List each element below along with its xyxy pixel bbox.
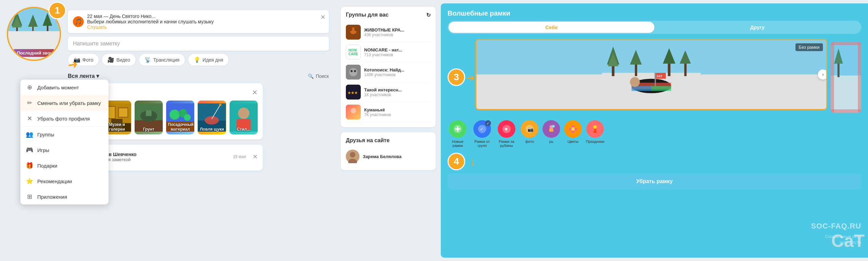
note-input-area[interactable]: Напишите заметку: [68, 37, 329, 51]
notification-icon: 🎵: [73, 16, 84, 27]
menu-item-add-moment[interactable]: ⊕ Добавить момент: [20, 80, 108, 95]
svg-rect-76: [655, 73, 656, 86]
gifts-label: Подарки: [37, 163, 57, 169]
magic-tab-friend[interactable]: Другу: [654, 22, 860, 33]
menu-item-recommendations[interactable]: ⭐ Рекомендации: [20, 173, 108, 189]
group-avatar-inter: ★★★: [346, 85, 361, 100]
frame-option-holidays[interactable]: Праздники: [586, 120, 604, 148]
group-item-kot[interactable]: Котопоиск: Найд... 149К участников: [346, 62, 431, 82]
friends-title-text: Друзья на сайте: [346, 137, 390, 144]
svg-point-107: [593, 125, 597, 129]
svg-point-52: [354, 70, 356, 72]
idea-label: Идея дня: [202, 57, 223, 63]
svg-text:★★★: ★★★: [348, 91, 358, 95]
frame-option-photo[interactable]: 📷 фото: [521, 120, 538, 148]
group-item-animals[interactable]: ЖИВОТНЫЕ КРА... 436 участников: [346, 22, 431, 42]
group-info-inter: Такой интересн... 1К участников: [364, 87, 402, 97]
recommendations-label: Рекомендации: [37, 178, 72, 184]
avatar-banner: Последний звонок: [14, 49, 54, 57]
rb-frames-label: рь: [549, 139, 553, 144]
arrow-to-frame: ➜: [466, 72, 475, 84]
add-moment-label: Добавить момент: [37, 85, 79, 90]
ent-item-style[interactable]: Стил...: [230, 101, 258, 134]
group-info-animals: ЖИВОТНЫЕ КРА... 436 участников: [364, 27, 404, 37]
group-item-noni[interactable]: NONICARE NONICARE - нат... 713 участнико…: [346, 42, 431, 62]
left-panel: Последний звонок 1 🎵 22 мая — День Свято…: [0, 0, 336, 261]
frame-preview-next: [831, 42, 861, 113]
post-close-icon[interactable]: ✕: [253, 153, 258, 160]
avatar-wrapper: Последний звонок 1: [7, 7, 61, 61]
svg-rect-85: [831, 42, 834, 113]
games-icon: 🎮: [26, 146, 33, 154]
svg-text:ЗАТ: ЗАТ: [657, 74, 663, 78]
notification-text: Выбери любимых исполнителей и начни слуш…: [87, 19, 324, 24]
menu-item-groups[interactable]: 👥 Группы: [20, 127, 108, 142]
video-button[interactable]: 🎥 Видео: [102, 53, 136, 66]
frame-nav-right[interactable]: ›: [818, 69, 827, 80]
post-meta: Вячеслав Шевченко поделился заметкой: [89, 152, 230, 162]
groups-menu-label: Группы: [37, 132, 54, 137]
svg-point-51: [351, 70, 353, 72]
watermark-main: SOC-FAQ.RU: [811, 222, 861, 231]
svg-rect-12: [27, 42, 34, 45]
group-item-inter[interactable]: ★★★ Такой интересн... 1К участников: [346, 82, 431, 102]
friend-item-zarama[interactable]: Зарема Белялова: [346, 148, 431, 165]
menu-item-remove-photo[interactable]: ✕ Убрать фото профиля: [20, 111, 108, 126]
svg-rect-84: [831, 109, 861, 113]
checkmark-badge: ✓: [485, 120, 491, 126]
groups-title-text: Группы для вас: [346, 12, 389, 18]
svg-point-56: [351, 108, 356, 113]
notification-link[interactable]: Слушать: [87, 24, 324, 30]
feed-dropdown-icon: ▾: [96, 73, 99, 79]
notification-close-icon[interactable]: ✕: [320, 14, 326, 21]
svg-point-50: [349, 68, 357, 76]
ent-item-grunt[interactable]: Грунт: [135, 101, 163, 134]
step-3-badge: 3: [448, 68, 465, 86]
group-info-noni: NONICARE - нат... 713 участников: [364, 47, 402, 57]
groups-refresh-icon[interactable]: ↻: [426, 12, 431, 18]
svg-rect-28: [146, 110, 152, 116]
apps-label: Приложения: [37, 194, 67, 200]
frame-option-new[interactable]: Новые рамки: [448, 120, 468, 148]
group-frames-icon: ✓ ✓: [473, 120, 491, 138]
frame-option-rubies[interactable]: ♥ Рамки за рубины: [496, 120, 517, 148]
svg-text:♥: ♥: [505, 126, 508, 132]
magic-tab-self[interactable]: Себе: [449, 22, 654, 33]
menu-item-change-frame[interactable]: ✏ Сменить или убрать рамку 2: [20, 95, 108, 111]
menu-item-gifts[interactable]: 🎁 Подарки: [20, 158, 108, 173]
svg-point-105: [574, 128, 577, 130]
frame-option-flowers[interactable]: Цветы: [564, 120, 582, 148]
ent-item-planting[interactable]: Посадочный материал: [166, 101, 194, 134]
idea-button[interactable]: 💡 Идея дня: [188, 53, 229, 66]
flower-frames-icon: [564, 120, 582, 138]
right-panel: Группы для вас ↻ ЖИВОТНЫЕ КРА... 436 уча…: [336, 0, 441, 261]
frame-option-groups[interactable]: ✓ ✓ Рамки от групп: [472, 120, 492, 148]
svg-point-48: [354, 26, 358, 31]
frame-option-rb[interactable]: рь: [542, 120, 560, 148]
feed-search[interactable]: 🔍 Поиск: [308, 73, 329, 79]
ent-item-fishing[interactable]: Ловля щуки: [198, 101, 226, 134]
svg-point-104: [569, 128, 572, 130]
svg-point-99: [552, 125, 555, 128]
svg-text:✓: ✓: [480, 126, 484, 132]
group-name-kuman: Куманькё: [364, 107, 391, 112]
broadcast-button[interactable]: 📡 Трансляция: [139, 53, 185, 66]
context-menu: ⊕ Добавить момент ✏ Сменить или убрать р…: [20, 80, 108, 204]
feed-title[interactable]: Вся лента ▾: [68, 73, 99, 79]
entertainment-close-icon[interactable]: ✕: [252, 88, 258, 96]
gifts-icon: 🎁: [26, 162, 33, 169]
action-buttons: 📷 Фото 🎥 Видео 📡 Трансляция 💡 Идея дня: [68, 53, 329, 66]
groups-icon: 👥: [26, 131, 33, 138]
group-item-kuman[interactable]: Куманькё 7К участников: [346, 102, 431, 122]
apps-icon: ⊞: [26, 193, 33, 200]
svg-point-47: [349, 26, 352, 31]
friend-avatar-zarama: [346, 150, 359, 163]
menu-item-apps[interactable]: ⊞ Приложения: [20, 189, 108, 204]
svg-point-38: [219, 104, 222, 106]
photo-frames-icon: 📷: [521, 120, 538, 138]
svg-text:📷: 📷: [528, 127, 534, 132]
remove-frame-button[interactable]: Убрать рамку: [448, 174, 861, 189]
menu-item-games[interactable]: 🎮 Игры: [20, 142, 108, 158]
no-frame-label: Без рамки: [795, 43, 823, 51]
magic-panel: Волшебные рамки Себе Другу 3 ➜: [441, 3, 868, 258]
